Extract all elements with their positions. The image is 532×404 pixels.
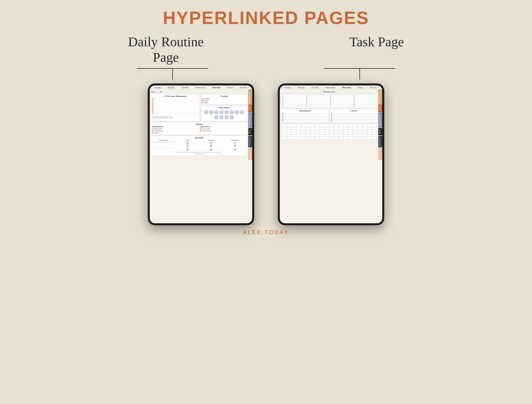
right-day-monday[interactable]: Monday (298, 86, 305, 88)
reminder-box: Reminder When to Worry Today Tomorrow An… (151, 136, 248, 156)
tab-journaling[interactable]: Journaling (248, 148, 252, 160)
reminder-col-2: Today (176, 139, 199, 141)
miscellaneous-box: Miscellaneous (281, 109, 329, 123)
tasks-grid-box (281, 94, 378, 108)
task-col-2 (306, 95, 329, 107)
hygiene-box: Hygiene Morning Routine Brush Teeth Faci… (151, 122, 248, 135)
right-day-friday[interactable]: Friday (357, 86, 363, 88)
right-day-wednesday[interactable]: Wednesday (325, 86, 335, 88)
reminder-col-3: Tomorrow (199, 139, 223, 141)
tab-appointments[interactable]: Appointments (248, 113, 252, 128)
right-tab-tasks[interactable]: Tasks (378, 104, 382, 112)
morning-facial: Facial Routine (152, 130, 199, 132)
left-day-nav[interactable]: Sunday Monday Tuesday Wednesday Thursday… (150, 85, 252, 90)
grid-box (281, 124, 378, 140)
checklist-box: Checklist Breakfast Lunch Dinner (201, 94, 248, 105)
tab-daily-routine[interactable]: Daily Routine (248, 89, 252, 104)
right-day-sunday[interactable]: Sunday (285, 86, 291, 88)
right-day-thursday[interactable]: Thursday (342, 86, 351, 88)
morning-brush-teeth: Brush Teeth (152, 128, 199, 130)
water-intake-box: Water Intake (201, 106, 248, 121)
tab-work[interactable]: Work (248, 128, 252, 135)
day-monday[interactable]: Monday (168, 86, 175, 88)
breakfast-item: Breakfast (202, 98, 246, 100)
right-side-tabs: Daily Routine Tasks Appointments Work De… (378, 89, 382, 160)
quote2: It's better to do one task at a time the… (152, 152, 246, 155)
night-facial: Facial Routine (200, 130, 246, 132)
right-tab-work[interactable]: Work (378, 128, 382, 135)
contacts-box: Contacts (330, 109, 378, 123)
right-day-nav[interactable]: Sunday Monday Tuesday Wednesday Thursday… (280, 85, 382, 90)
left-tablet: Sunday Monday Tuesday Wednesday Thursday… (148, 83, 254, 225)
dinner-item: Dinner (202, 102, 246, 104)
day-saturday[interactable]: Saturday (240, 86, 247, 88)
pick-up-title: Pick up at store (281, 91, 378, 93)
date-row: Date: / /20 (151, 90, 248, 93)
right-day-saturday[interactable]: Saturday (370, 86, 377, 88)
day-wednesday[interactable]: Wednesday (195, 86, 205, 88)
space-maintenance-box: 15 Min Space Maintenance It's Okay if yo… (151, 94, 200, 121)
right-tablet: Sunday Monday Tuesday Wednesday Thursday… (278, 83, 384, 225)
tab-tasks[interactable]: Tasks (248, 104, 252, 112)
left-side-tabs: Daily Routine Tasks Appointments Work De… (248, 89, 252, 160)
day-sunday[interactable]: Sunday (155, 86, 161, 88)
page-title: HYPERLINKED PAGES (0, 0, 532, 28)
night-brush-teeth: Brush Teeth (200, 128, 246, 130)
day-tuesday[interactable]: Tuesday (181, 86, 189, 88)
task-col-3 (330, 95, 353, 107)
reminder-col-4: Another Day (223, 139, 247, 141)
right-tab-decisions[interactable]: Decisions (378, 136, 382, 147)
morning-shower: Shower (152, 132, 199, 134)
right-tab-journaling[interactable]: Journaling (378, 148, 382, 160)
right-tab-daily-routine[interactable]: Daily Routine (378, 89, 382, 104)
reminder-col-1: When to Worry (152, 139, 175, 141)
right-label: Task Page (349, 34, 404, 65)
right-tab-appointments[interactable]: Appointments (378, 113, 382, 128)
day-friday[interactable]: Friday (227, 86, 233, 88)
brand-label: ALEE.TODAY (0, 229, 532, 235)
quote1: It's Okay if you don't complete all the … (152, 116, 199, 119)
left-label: Daily RoutinePage (128, 34, 204, 65)
lunch-item: Lunch (202, 100, 246, 101)
day-thursday[interactable]: Thursday (212, 86, 221, 88)
task-col-1 (282, 95, 305, 107)
tab-decisions[interactable]: Decisions (248, 136, 252, 147)
right-day-tuesday[interactable]: Tuesday (312, 86, 319, 88)
task-col-4 (353, 95, 377, 107)
